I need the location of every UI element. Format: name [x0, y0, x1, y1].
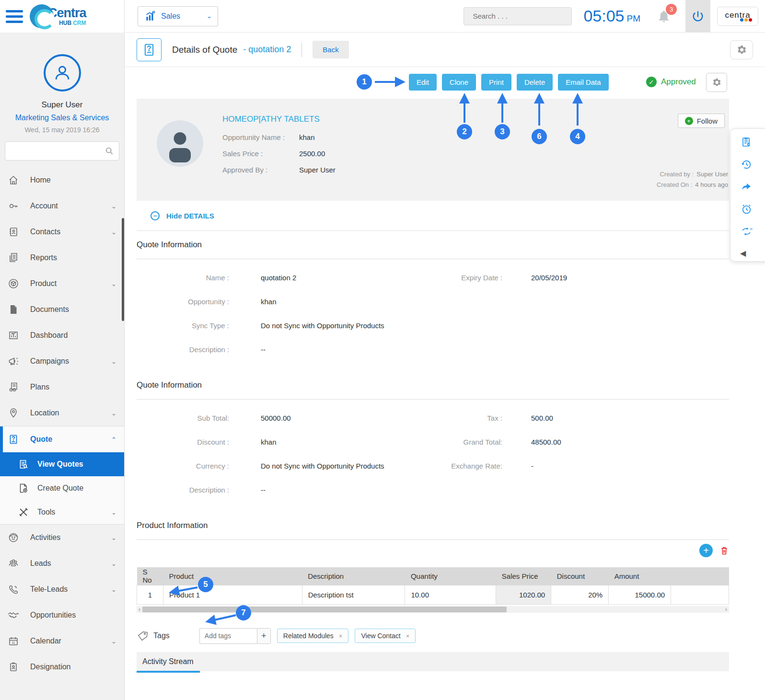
back-button[interactable]: Back — [313, 41, 348, 58]
sidebar-item-calendar[interactable]: 31 Calendar ⌄ — [0, 628, 124, 654]
scrollbar-thumb[interactable] — [142, 607, 507, 612]
follow-button[interactable]: + Follow — [678, 114, 725, 128]
section-heading-product-info: Product Information — [137, 512, 729, 540]
table-horizontal-scrollbar[interactable]: ‹ › — [137, 606, 729, 613]
sidebar-item-tele-leads[interactable]: Tele-Leads ⌄ — [0, 576, 124, 602]
sidebar-item-designation[interactable]: Designation — [0, 654, 124, 680]
view-quotes-icon — [17, 459, 30, 470]
field-exchange-rate: Exchange Rate:- — [429, 462, 729, 470]
add-product-button[interactable]: + — [699, 544, 713, 557]
add-tags-input[interactable] — [199, 628, 257, 644]
field-description: Description :-- — [137, 345, 429, 354]
handshake-icon — [7, 609, 20, 621]
global-search[interactable] — [464, 7, 572, 25]
sidebar-header: Centra HUBCRM — [0, 0, 124, 33]
brand-badge: centra — [717, 7, 758, 26]
id-badge-icon — [7, 661, 20, 673]
plans-icon — [7, 381, 20, 393]
panel-collapse-icon[interactable]: ◀ — [740, 249, 746, 258]
notifications-button[interactable]: 3 — [657, 9, 673, 24]
quote-avatar — [157, 120, 203, 167]
brand-badge-dots-icon — [740, 18, 752, 22]
user-department[interactable]: Marketing Sales & Services — [0, 114, 124, 122]
sidebar-item-campaigns[interactable]: Campaigns ⌄ — [0, 348, 124, 374]
sidebar-item-reports[interactable]: Reports — [0, 245, 124, 271]
product-table-header-row: S No Product Description Quantity Sales … — [137, 567, 729, 585]
user-datetime: Wed, 15 may 2019 16:26 — [0, 126, 124, 134]
delete-product-button[interactable] — [719, 545, 729, 556]
quick-actions-panel: 360° ◀ — [730, 128, 765, 262]
add-tag-button[interactable]: + — [257, 628, 271, 644]
sidebar-item-leads[interactable]: Leads ⌄ — [0, 551, 124, 576]
sidebar-item-home[interactable]: Home — [0, 167, 124, 193]
chevron-down-icon: ⌄ — [111, 229, 116, 236]
global-search-input[interactable] — [473, 12, 568, 20]
logo-swirl-icon — [30, 4, 54, 28]
scroll-right-icon[interactable]: › — [723, 606, 729, 613]
product-table-row[interactable]: 1 Product 1 Description tst 10.00 1020.0… — [137, 585, 729, 604]
sidebar-item-quote[interactable]: Quote ⌃ — [0, 426, 124, 452]
sidebar-item-view-quotes[interactable]: View Quotes — [0, 452, 124, 476]
activity-stream-tab[interactable]: Activity Stream — [137, 652, 729, 671]
logout-button[interactable] — [685, 0, 710, 32]
field-tax: Tax :500.00 — [429, 414, 729, 422]
quote-doc-button[interactable] — [137, 38, 162, 61]
trash-icon — [719, 545, 729, 556]
notification-badge: 3 — [666, 4, 677, 15]
tag-chip-view-contact[interactable]: View Contact × — [355, 629, 416, 643]
history-button[interactable] — [740, 159, 753, 171]
sidebar-item-activities[interactable]: Activities ⌄ — [0, 525, 124, 551]
sidebar-item-dashboard[interactable]: Dashboard — [0, 322, 124, 348]
sidebar-search-input[interactable] — [10, 147, 104, 155]
logo-crm-text: CRM — [73, 20, 86, 26]
sidebar-item-location[interactable]: Location ⌄ — [0, 400, 124, 426]
email-data-button[interactable]: Email Data — [558, 74, 608, 91]
edit-button[interactable]: Edit — [409, 74, 437, 91]
field-grand-total: Grand Total:48500.00 — [429, 438, 729, 446]
quote-submenu: View Quotes Create Quote Tools ⌄ — [0, 452, 124, 524]
sidebar-item-create-quote[interactable]: Create Quote — [0, 476, 124, 500]
minus-icon: − — [151, 211, 160, 220]
chip-close-icon[interactable]: × — [406, 632, 410, 640]
chip-close-icon[interactable]: × — [339, 632, 343, 640]
document-icon — [7, 304, 20, 315]
tags-label: Tags — [153, 631, 170, 640]
quote-info-2-fields: Sub Total:50000.00 Discount :khan Curren… — [137, 400, 729, 512]
sidebar-item-account[interactable]: Account ⌄ — [0, 193, 124, 219]
product-cube-icon — [7, 278, 20, 289]
user-avatar[interactable] — [44, 54, 81, 92]
record-settings-button[interactable] — [706, 73, 727, 92]
sidebar-item-opportunities[interactable]: Opportunities — [0, 602, 124, 628]
active-tab-underline — [137, 671, 200, 673]
approval-clipboard-button[interactable] — [740, 136, 753, 148]
main-content: Details of Quote - quotation 2 Back Edit… — [125, 33, 765, 700]
reminder-alarm-button[interactable] — [740, 203, 753, 215]
hamburger-menu-icon[interactable] — [6, 7, 24, 26]
module-selector[interactable]: $ Sales ⌄ — [138, 6, 218, 26]
clone-button[interactable]: Clone — [442, 74, 476, 91]
annotation-marker-2: 2 — [457, 124, 472, 139]
sidebar-item-plans[interactable]: Plans — [0, 374, 124, 400]
page-settings-button[interactable] — [730, 40, 753, 59]
sidebar-item-tools[interactable]: Tools ⌄ — [0, 500, 124, 524]
chevron-down-icon: ⌄ — [111, 410, 116, 417]
share-button[interactable] — [740, 181, 753, 193]
page-title: Details of Quote — [172, 45, 237, 55]
top-header: $ Sales ⌄ 05:05 PM 3 centra — [125, 0, 765, 33]
print-button[interactable]: Print — [481, 74, 511, 91]
product-table: S No Product Description Quantity Sales … — [137, 567, 729, 605]
sidebar-item-product[interactable]: Product ⌄ — [0, 271, 124, 297]
tags-section: Tags + Related Modules × View Contact × — [137, 628, 729, 644]
sidebar-item-documents[interactable]: Documents — [0, 297, 124, 322]
scroll-left-icon[interactable]: ‹ — [137, 606, 142, 613]
created-on-value: 4 hours ago — [695, 181, 728, 188]
gear-wrench-icon — [736, 44, 747, 56]
delete-button[interactable]: Delete — [517, 74, 553, 91]
sidebar-search[interactable] — [5, 141, 119, 161]
sync-360-button[interactable]: 360° — [740, 226, 753, 237]
sidebar-item-contacts[interactable]: Contacts ⌄ — [0, 219, 124, 245]
quote-product-title[interactable]: HOMEOP[ATHY TABLETS — [222, 115, 320, 124]
tag-chip-related-modules[interactable]: Related Modules × — [277, 629, 349, 643]
sidebar-scrollbar[interactable] — [122, 218, 124, 321]
hide-details-toggle[interactable]: − Hide DETAILS — [137, 201, 729, 231]
